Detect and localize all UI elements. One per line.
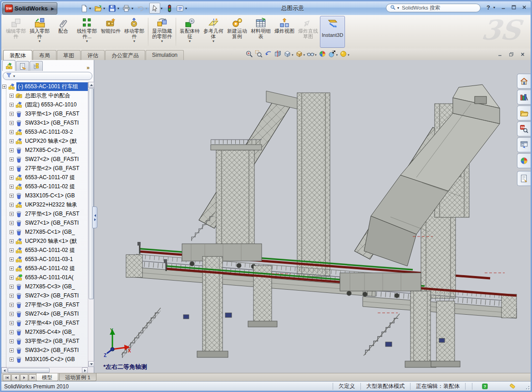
tree-item[interactable]: +6553-AC-1011-01A( — [1, 273, 88, 282]
ribbon-assembly-features-button[interactable]: 装配体特征▼ — [178, 16, 202, 48]
graphics-viewport[interactable]: Y X Z *左右二等角轴测 SW — [94, 60, 531, 373]
tree-horizontal-scrollbar[interactable] — [1, 367, 88, 373]
expand-toggle[interactable]: + — [10, 248, 14, 252]
expand-toggle[interactable]: + — [10, 148, 14, 152]
tab-评估[interactable]: 评估 — [81, 50, 105, 60]
dropdown-arrow-icon[interactable]: ▾ — [117, 6, 119, 10]
headsup-edit-appearance-button[interactable] — [319, 50, 326, 60]
dropdown-arrow-icon[interactable]: ▾ — [185, 6, 187, 10]
tree-item[interactable]: +(固定) 6553-AC-1010 — [1, 100, 88, 109]
dropdown-arrow-icon[interactable]: ▾ — [292, 53, 294, 57]
expand-toggle[interactable]: + — [10, 130, 14, 134]
dropdown-arrow-icon[interactable]: ▾ — [146, 6, 147, 10]
taskpane-appearances-scenes-button[interactable] — [517, 153, 531, 168]
tab-草图[interactable]: 草图 — [57, 50, 81, 60]
expand-toggle[interactable]: + — [10, 330, 14, 334]
ribbon-mate-button[interactable]: 配合 — [51, 16, 75, 48]
horizontal-scroll-thumb[interactable] — [8, 368, 50, 373]
tree-item[interactable]: +27平垫<1> (GB_FAST — [1, 209, 88, 218]
dropdown-arrow-icon[interactable]: ▼ — [212, 40, 215, 43]
taskpane-custom-properties-button[interactable] — [517, 171, 531, 186]
expand-toggle[interactable]: + — [10, 185, 14, 189]
expand-toggle[interactable]: + — [10, 266, 14, 271]
maximize-button[interactable] — [510, 4, 517, 11]
tree-item[interactable]: +M33X105-C<2> (GB — [1, 355, 88, 364]
search-input[interactable]: SolidWorks 搜索 — [402, 5, 440, 11]
taskpane-sw-search-button[interactable]: SW — [517, 121, 531, 136]
headsup-hide-show-items-button[interactable]: ▾ — [307, 50, 317, 60]
dropdown-arrow-icon[interactable]: ▾ — [103, 6, 105, 10]
tree-item[interactable]: +33平垫<1> (GB_FAST — [1, 109, 88, 118]
search-box[interactable]: ▾ SolidWorks 搜索 — [386, 4, 481, 12]
tree-item[interactable]: +总图示意 中的配合 — [1, 91, 88, 100]
dropdown-arrow-icon[interactable]: ▼ — [133, 40, 136, 43]
tab-featuremanager-tree[interactable] — [2, 60, 15, 71]
headsup-previous-view-button[interactable] — [264, 50, 272, 60]
headsup-apply-scene-button[interactable]: ▾ — [328, 50, 338, 60]
expand-toggle[interactable]: + — [10, 194, 14, 198]
crane-assembly-model[interactable] — [94, 60, 531, 373]
nav-first-button[interactable] — [3, 374, 11, 381]
expand-toggle[interactable]: + — [10, 203, 14, 207]
expand-toggle[interactable]: + — [10, 357, 14, 362]
expand-toggle[interactable]: + — [10, 176, 14, 180]
tree-item[interactable]: +6553-AC-1011-03-2 — [1, 127, 88, 136]
tree-item[interactable]: +M33X105-C<1> (GB — [1, 191, 88, 200]
doc-close-button[interactable] — [519, 50, 526, 58]
tree-item[interactable]: +33平垫<2> (GB_FAST — [1, 337, 88, 346]
help-dropdown-arrow[interactable]: ▾ — [493, 5, 495, 10]
tree-item[interactable]: +SW33<1> (GB_FASTI — [1, 118, 88, 127]
tree-item[interactable]: +6553-AC-1011-02 提 — [1, 246, 88, 255]
panel-overflow-chevron[interactable]: » — [86, 65, 90, 71]
tree-item[interactable]: +SW27<1> (GB_FASTI — [1, 218, 88, 227]
tag-icon[interactable] — [509, 383, 516, 390]
headsup-zoom-to-area-button[interactable] — [255, 50, 263, 60]
minimize-button[interactable] — [500, 4, 507, 11]
headsup-view-orientation-button[interactable]: ▾ — [284, 50, 294, 60]
expand-toggle[interactable]: + — [10, 339, 14, 343]
tree-item[interactable]: +(-) 6553-AC-1001 行车组 — [1, 82, 88, 91]
expand-toggle[interactable]: + — [10, 348, 14, 352]
tab-configurationmanager[interactable] — [30, 61, 43, 71]
ribbon-reference-geometry-button[interactable]: 参考几何体▼ — [202, 16, 225, 48]
dropdown-arrow-icon[interactable]: ▾ — [336, 53, 338, 57]
doc-tab-model[interactable]: 模型 — [36, 373, 58, 381]
doc-restore-button[interactable] — [507, 50, 515, 58]
app-logo[interactable]: SW SolidWorks ▶ — [2, 2, 57, 15]
expand-toggle[interactable]: + — [10, 212, 14, 216]
nav-prev-button[interactable] — [11, 374, 20, 381]
tree-item[interactable]: +M27X85-C<4> (GB_ — [1, 327, 88, 337]
taskpane-view-palette-button[interactable] — [517, 137, 531, 152]
tree-item[interactable]: +M27X85-C<1> (GB_ — [1, 227, 88, 236]
tree-item[interactable]: +6553-AC-1011-02 提 — [1, 264, 88, 273]
qat-save-button[interactable] — [107, 3, 117, 13]
dropdown-arrow-icon[interactable]: ▼ — [161, 40, 164, 43]
dropdown-arrow-icon[interactable]: ▾ — [89, 6, 91, 10]
expand-toggle[interactable]: + — [10, 121, 14, 125]
tree-item[interactable]: +M27X85-C<3> (GB_ — [1, 282, 88, 291]
expand-toggle[interactable]: + — [10, 276, 14, 280]
tab-Simulation[interactable]: Simulation — [146, 50, 184, 60]
expand-toggle[interactable]: + — [10, 303, 14, 307]
headsup-view-settings-button[interactable]: ▾ — [339, 50, 350, 60]
filter-dropdown-arrow[interactable]: ▾ — [13, 74, 15, 78]
expand-toggle[interactable]: + — [10, 294, 14, 298]
dropdown-arrow-icon[interactable]: ▾ — [315, 53, 317, 57]
resize-grip[interactable] — [523, 383, 530, 390]
tree-item[interactable]: +6553-AC-1011-07 提 — [1, 173, 88, 182]
taskpane-sw-resources-button[interactable] — [517, 74, 531, 89]
headsup-display-style-button[interactable]: ▾ — [295, 50, 305, 60]
dropdown-arrow-icon[interactable]: ▾ — [161, 6, 162, 10]
qat-undo-button[interactable] — [135, 3, 145, 13]
expand-toggle[interactable]: + — [10, 321, 14, 325]
dropdown-arrow-icon[interactable]: ▾ — [348, 53, 350, 57]
tab-布局[interactable]: 布局 — [33, 50, 56, 60]
tree-item[interactable]: +SW27<3> (GB_FASTI — [1, 291, 88, 300]
ribbon-bom-button[interactable]: 材料明细表 — [249, 16, 273, 48]
ribbon-exploded-view-button[interactable]: 爆炸视图 — [273, 16, 296, 48]
expand-toggle[interactable]: + — [10, 239, 14, 243]
qat-new-document-button[interactable] — [79, 3, 89, 13]
qat-options-list-button[interactable] — [175, 3, 185, 13]
tree-item[interactable]: +SW27<4> (GB_FASTI — [1, 309, 88, 318]
qat-print-button[interactable] — [121, 3, 131, 13]
